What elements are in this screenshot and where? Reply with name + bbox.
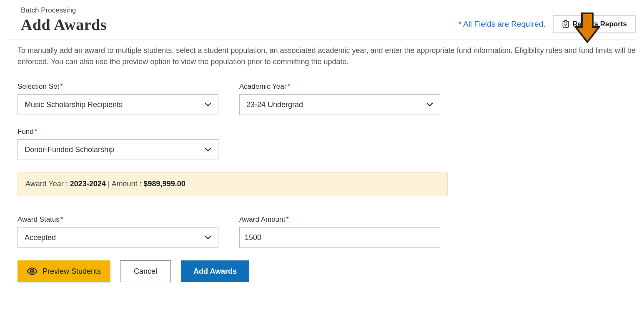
divider	[8, 40, 636, 40]
description-text: To manually add an award to multiple stu…	[18, 45, 636, 68]
preview-students-button[interactable]: Preview Students	[18, 260, 110, 282]
award-status-select[interactable]: Accepted	[18, 227, 218, 248]
fund-value: Donor-Funded Scholarship	[25, 145, 114, 154]
svg-rect-1	[564, 20, 567, 22]
field-award-status: Award Status* Accepted	[18, 215, 218, 248]
award-status-label: Award Status*	[18, 215, 218, 224]
academic-year-value: 23-24 Undergrad	[246, 100, 303, 109]
field-academic-year: Academic Year* 23-24 Undergrad	[239, 82, 440, 115]
award-status-value: Accepted	[25, 233, 56, 242]
chevron-down-icon	[426, 102, 433, 107]
clipboard-check-icon	[562, 20, 569, 28]
selection-set-select[interactable]: Music Scholarship Recipients	[18, 94, 218, 115]
eye-icon	[27, 268, 38, 275]
add-awards-label: Add Awards	[193, 267, 237, 276]
field-fund: Fund* Donor-Funded Scholarship	[18, 128, 218, 160]
award-amount-label: Award Amount*	[239, 215, 440, 224]
chevron-down-icon	[205, 148, 211, 152]
selection-set-label: Selection Set*	[18, 82, 218, 91]
field-award-amount: Award Amount*	[239, 215, 440, 248]
preview-students-label: Preview Students	[43, 267, 101, 276]
page-title: Add Awards	[21, 15, 107, 34]
academic-year-label: Academic Year*	[239, 82, 440, 91]
award-amount-input[interactable]	[239, 227, 440, 248]
fund-select[interactable]: Donor-Funded Scholarship	[18, 139, 218, 160]
fund-label: Fund*	[18, 128, 218, 136]
chevron-down-icon	[205, 235, 211, 240]
breadcrumb: Batch Processing	[21, 6, 107, 15]
add-awards-button[interactable]: Add Awards	[181, 260, 249, 282]
fund-info-bar: Award Year : 2023-2024 | Amount : $989,9…	[18, 172, 448, 195]
field-selection-set: Selection Set* Music Scholarship Recipie…	[18, 82, 218, 115]
cancel-button[interactable]: Cancel	[120, 260, 171, 282]
callout-arrow-icon	[574, 12, 600, 44]
cancel-label: Cancel	[134, 267, 157, 276]
info-amount: $989,999.00	[144, 180, 185, 188]
info-award-year: 2023-2024	[70, 180, 106, 188]
svg-point-3	[31, 270, 33, 272]
academic-year-select[interactable]: 23-24 Undergrad	[239, 94, 440, 115]
required-note: * All Fields are Required.	[459, 20, 546, 29]
selection-set-value: Music Scholarship Recipients	[25, 100, 123, 109]
chevron-down-icon	[205, 102, 211, 107]
